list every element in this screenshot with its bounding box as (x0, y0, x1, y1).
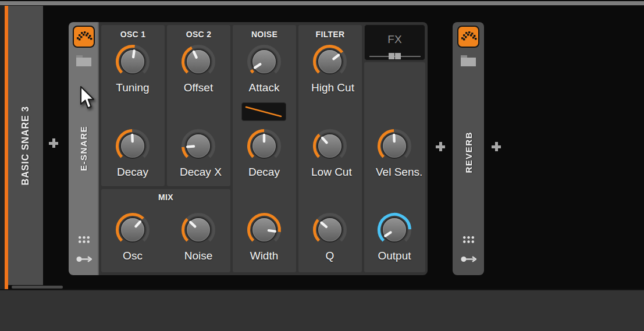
section-title: OSC 1 (101, 30, 165, 39)
knob-q[interactable]: Q (311, 211, 348, 262)
section-title: NOISE (233, 30, 296, 39)
remote-controls-icon[interactable] (79, 235, 90, 245)
remote-controls-icon[interactable] (463, 235, 474, 245)
knob-dial[interactable] (245, 211, 283, 251)
knob-label: Noise (180, 250, 217, 262)
add-device-button[interactable] (49, 138, 58, 148)
knob-offset[interactable]: Offset (180, 43, 217, 94)
knob-dial[interactable] (114, 43, 151, 83)
knob-tuning[interactable]: Tuning (114, 43, 151, 94)
output-routing-icon[interactable] (76, 255, 92, 265)
knob-label: Decay X (180, 166, 217, 179)
knob-dial[interactable] (114, 127, 151, 167)
knob-dial[interactable] (180, 127, 217, 167)
knob-low-cut[interactable]: Low Cut (311, 127, 348, 179)
track-name: BASIC SNARE 3 (20, 106, 31, 186)
section-title: MIX (101, 193, 230, 202)
section-filter: FILTER High Cut Low Cut Q (298, 25, 362, 272)
device-enabled-toggle-icon[interactable] (457, 26, 479, 48)
section-title: FILTER (298, 30, 362, 39)
device-reverb: REVERB (453, 22, 484, 275)
knob-dial[interactable] (311, 127, 348, 167)
knob-output[interactable]: Output (376, 211, 413, 262)
knob-label: Attack (245, 81, 283, 94)
knob-dial[interactable] (376, 211, 413, 251)
knob-label: Low Cut (311, 166, 348, 179)
device-name-label: REVERB (464, 131, 474, 173)
output-routing-icon[interactable] (461, 255, 476, 265)
knob-label: Tuning (114, 81, 151, 94)
folder-icon[interactable] (461, 55, 476, 69)
bitwig-window: BASIC SNARE 3 (0, 0, 644, 331)
knob-mix-osc[interactable]: Osc (114, 211, 151, 262)
knob-label: Osc (114, 250, 151, 262)
knob-label: High Cut (311, 81, 348, 94)
track-header[interactable]: BASIC SNARE 3 (8, 6, 43, 285)
knob-dial[interactable] (245, 127, 283, 167)
fx-slider-handle[interactable] (389, 53, 394, 59)
add-device-button[interactable] (492, 142, 501, 151)
knob-vel-sens[interactable]: Vel Sens. (376, 127, 413, 179)
section-fx-controls: Vel Sens. Output (364, 62, 425, 272)
knob-dial[interactable] (245, 43, 283, 83)
section-mix: MIX Osc Noise (101, 189, 230, 272)
device-body: OSC 1 Tuning Decay OSC 2 Offset (99, 22, 428, 275)
section-title: OSC 2 (167, 30, 230, 39)
section-osc2: OSC 2 Offset Decay X (167, 25, 230, 186)
main-toolbar: i ARRANGE MIX EDIT (0, 289, 644, 331)
knob-label: Q (311, 250, 348, 262)
knob-attack[interactable]: Attack (245, 43, 283, 94)
device-name-vertical: REVERB (453, 118, 484, 187)
knob-label: Decay (245, 166, 283, 179)
mouse-cursor (79, 86, 95, 113)
knob-dial[interactable] (180, 43, 217, 83)
knob-label: Output (376, 250, 413, 262)
knob-width[interactable]: Width (245, 211, 283, 262)
fx-slider-handle[interactable] (395, 53, 401, 59)
add-device-button[interactable] (436, 142, 445, 151)
knob-osc1-decay[interactable]: Decay (114, 127, 151, 179)
device-name-vertical: E-SNARE (69, 113, 98, 183)
device-name-label: E-SNARE (79, 126, 88, 171)
knob-dial[interactable] (311, 211, 348, 251)
device-header-strip[interactable]: REVERB (453, 22, 484, 275)
decay-envelope-display[interactable] (241, 102, 286, 121)
section-noise: NOISE Attack Decay (233, 25, 296, 272)
knob-noise-decay[interactable]: Decay (245, 127, 283, 179)
knob-dial[interactable] (114, 211, 151, 251)
device-enabled-toggle-icon[interactable] (73, 26, 95, 48)
window-left-frame (0, 6, 5, 289)
device-e-snare: E-SNARE (69, 22, 428, 275)
device-chain-panel: BASIC SNARE 3 (5, 6, 644, 289)
knob-high-cut[interactable]: High Cut (311, 43, 348, 94)
horizontal-scrollbar-thumb[interactable] (12, 286, 63, 289)
knob-mix-noise[interactable]: Noise (180, 211, 217, 262)
folder-icon[interactable] (76, 55, 91, 69)
knob-label: Width (245, 250, 283, 262)
section-osc1: OSC 1 Tuning Decay (101, 25, 165, 186)
knob-label: Vel Sens. (376, 166, 413, 179)
knob-dial[interactable] (311, 43, 348, 83)
device-header-strip[interactable]: E-SNARE (69, 22, 99, 275)
knob-dial[interactable] (376, 127, 413, 167)
knob-decay-x[interactable]: Decay X (180, 127, 217, 179)
panel-top-strip (0, 0, 644, 6)
fx-label: FX (365, 33, 425, 46)
knob-label: Offset (180, 81, 217, 94)
knob-dial[interactable] (180, 211, 217, 251)
fx-display[interactable]: FX (364, 24, 425, 60)
knob-label: Decay (114, 166, 151, 179)
